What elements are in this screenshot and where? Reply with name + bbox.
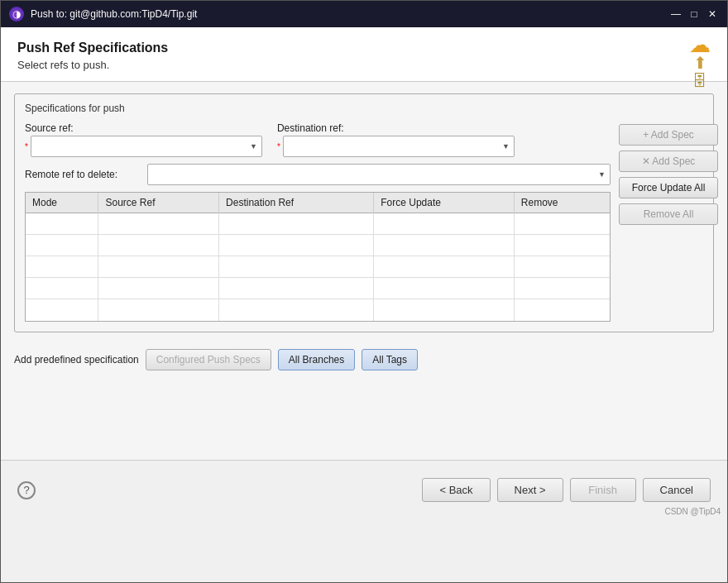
all-tags-button[interactable]: All Tags <box>362 349 418 370</box>
page-subtitle: Select refs to push. <box>17 59 711 71</box>
destination-ref-wrapper: ▼ <box>283 136 515 157</box>
source-ref-label: Source ref: <box>25 122 262 134</box>
configured-push-specs-button[interactable]: Configured Push Specs <box>146 349 271 370</box>
table-header-row: Mode Source Ref Destination Ref Force Up… <box>26 193 610 213</box>
source-dest-row: Source ref: * ▼ <box>25 122 611 157</box>
add-spec-x-button[interactable]: ✕ Add Spec <box>619 151 718 172</box>
specs-table: Mode Source Ref Destination Ref Force Up… <box>26 193 610 321</box>
col-mode: Mode <box>26 193 98 213</box>
col-source-ref: Source Ref <box>98 193 219 213</box>
predefined-row: Add predefined specification Configured … <box>14 341 714 370</box>
add-spec-plus-button[interactable]: + Add Spec <box>619 124 718 146</box>
next-button[interactable]: Next > <box>497 478 563 502</box>
group-box-title: Specifications for push <box>25 103 703 114</box>
col-force-update: Force Update <box>374 193 515 213</box>
header-icon: ☁ ⬆ 🗄 <box>689 32 711 90</box>
database-icon: 🗄 <box>692 73 707 90</box>
title-bar: ◑ Push to: git@github.com:TipD4/Tip.git … <box>1 1 727 27</box>
table-row <box>26 213 610 235</box>
specs-buttons: + Add Spec ✕ Add Spec Force Update All R… <box>619 122 718 225</box>
finish-button[interactable]: Finish <box>570 478 636 502</box>
footer: ? < Back Next > Finish Cancel <box>1 460 727 519</box>
specs-table-wrapper: Mode Source Ref Destination Ref Force Up… <box>25 192 611 322</box>
main-section: Specifications for push Source ref: * <box>1 82 727 519</box>
back-button[interactable]: < Back <box>422 478 490 502</box>
table-row <box>26 256 610 278</box>
window-controls: — □ ✕ <box>669 7 719 21</box>
watermark: CSDN @TipD4 <box>664 507 721 516</box>
remove-all-button[interactable]: Remove All <box>619 203 718 225</box>
table-body <box>26 213 610 321</box>
force-update-all-button[interactable]: Force Update All <box>619 177 718 198</box>
table-row <box>26 299 610 321</box>
header-section: Push Ref Specifications Select refs to p… <box>1 27 727 82</box>
close-button[interactable]: ✕ <box>706 7 719 21</box>
specifications-group: Specifications for push Source ref: * <box>14 93 714 332</box>
window-title: Push to: git@github.com:TipD4/Tip.git <box>31 8 669 20</box>
specs-left: Source ref: * ▼ <box>25 122 611 322</box>
table-row <box>26 235 610 256</box>
all-branches-button[interactable]: All Branches <box>278 349 355 370</box>
app-icon: ◑ <box>9 7 24 22</box>
destination-ref-select[interactable] <box>283 136 515 157</box>
source-required-star: * <box>25 142 28 151</box>
predefined-label: Add predefined specification <box>14 354 139 366</box>
destination-ref-label: Destination ref: <box>277 122 515 134</box>
remote-ref-select[interactable] <box>147 164 611 185</box>
col-destination-ref: Destination Ref <box>219 193 374 213</box>
table-row <box>26 278 610 299</box>
maximize-button[interactable]: □ <box>687 7 701 21</box>
cancel-button[interactable]: Cancel <box>643 478 711 502</box>
footer-left: ? <box>17 481 36 499</box>
help-icon[interactable]: ? <box>17 481 36 499</box>
source-ref-select[interactable] <box>31 136 262 157</box>
remote-ref-wrapper: ▼ <box>147 164 611 185</box>
source-ref-wrapper: ▼ <box>31 136 262 157</box>
dest-required-star: * <box>277 142 280 151</box>
remote-ref-row: Remote ref to delete: ▼ <box>25 164 611 185</box>
cylinder-icon: ⬆ <box>693 53 707 73</box>
minimize-button[interactable]: — <box>669 7 682 21</box>
page-title: Push Ref Specifications <box>17 41 711 55</box>
footer-buttons: < Back Next > Finish Cancel <box>422 478 711 502</box>
col-remove: Remove <box>514 193 610 213</box>
specs-row: Source ref: * ▼ <box>25 122 703 322</box>
remote-ref-label: Remote ref to delete: <box>25 169 141 180</box>
